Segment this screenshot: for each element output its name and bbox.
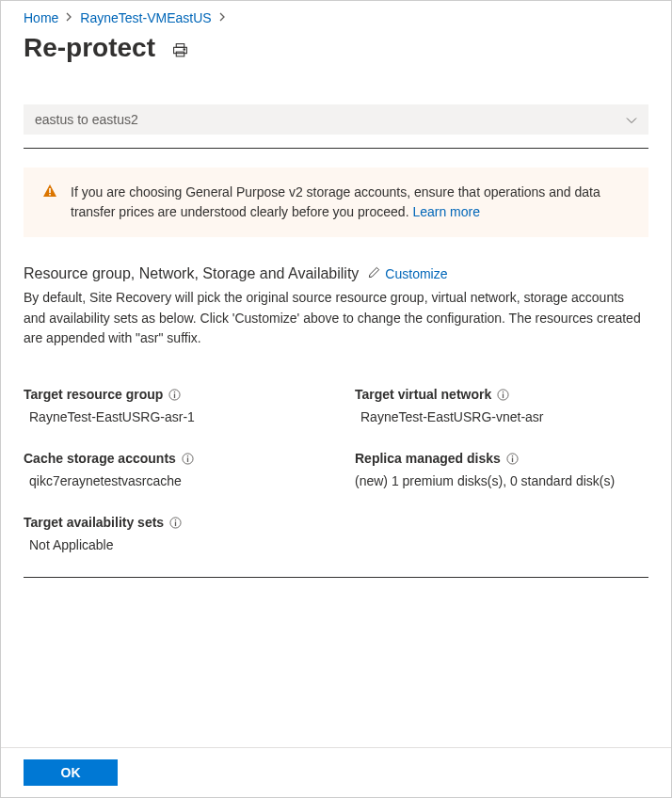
fields-grid: Target resource group RayneTest-EastUSRG… xyxy=(24,387,648,552)
info-icon[interactable] xyxy=(506,453,519,465)
chevron-down-icon xyxy=(626,112,637,127)
field-target-availability-sets: Target availability sets Not Applicable xyxy=(24,515,317,552)
svg-rect-19 xyxy=(175,519,176,520)
svg-rect-8 xyxy=(174,393,175,398)
svg-rect-16 xyxy=(512,455,513,456)
region-dropdown[interactable]: eastus to eastus2 xyxy=(24,104,648,135)
svg-rect-11 xyxy=(503,393,504,398)
page-title: Re-protect xyxy=(24,33,155,63)
svg-rect-4 xyxy=(49,188,51,193)
learn-more-link[interactable]: Learn more xyxy=(412,204,480,219)
field-cache-storage-accounts: Cache storage accounts qikc7eraynetestva… xyxy=(24,451,317,488)
svg-rect-10 xyxy=(503,391,504,392)
svg-rect-5 xyxy=(49,194,51,196)
info-icon[interactable] xyxy=(497,389,509,401)
divider xyxy=(24,148,648,149)
field-value: RayneTest-EastUSRG-vnet-asr xyxy=(355,409,648,424)
field-value: qikc7eraynetestvasrcache xyxy=(24,473,317,488)
section-description: By default, Site Recovery will pick the … xyxy=(24,288,648,349)
field-target-resource-group: Target resource group RayneTest-EastUSRG… xyxy=(24,387,317,424)
warning-icon xyxy=(42,184,57,222)
customize-link[interactable]: Customize xyxy=(368,266,447,281)
field-value: (new) 1 premium disks(s), 0 standard dis… xyxy=(355,473,648,488)
breadcrumb-home[interactable]: Home xyxy=(24,10,58,25)
field-value: RayneTest-EastUSRG-asr-1 xyxy=(24,409,317,424)
pencil-icon xyxy=(368,266,380,281)
section-heading-row: Resource group, Network, Storage and Ava… xyxy=(24,265,648,282)
svg-rect-0 xyxy=(176,43,184,47)
divider xyxy=(24,577,648,578)
print-icon[interactable] xyxy=(172,42,188,58)
field-replica-managed-disks: Replica managed disks (new) 1 premium di… xyxy=(355,451,648,488)
svg-rect-7 xyxy=(174,391,175,392)
footer-bar: OK xyxy=(1,747,671,797)
info-icon[interactable] xyxy=(182,453,194,465)
field-value: Not Applicable xyxy=(24,537,317,552)
page-title-row: Re-protect xyxy=(24,33,648,63)
chevron-right-icon xyxy=(219,12,226,24)
warning-banner: If you are choosing General Purpose v2 s… xyxy=(24,168,648,237)
svg-rect-2 xyxy=(176,52,184,56)
field-target-virtual-network: Target virtual network RayneTest-EastUSR… xyxy=(355,387,648,424)
svg-point-3 xyxy=(184,48,184,49)
warning-text: If you are choosing General Purpose v2 s… xyxy=(71,183,630,222)
info-icon[interactable] xyxy=(168,389,181,401)
breadcrumb: Home RayneTest-VMEastUS xyxy=(24,10,648,25)
svg-rect-14 xyxy=(187,457,188,462)
section-heading: Resource group, Network, Storage and Ava… xyxy=(24,265,359,282)
info-icon[interactable] xyxy=(169,517,182,529)
svg-rect-17 xyxy=(512,457,513,462)
chevron-right-icon xyxy=(66,12,72,24)
ok-button[interactable]: OK xyxy=(24,759,118,786)
svg-rect-13 xyxy=(187,455,188,456)
breadcrumb-vm[interactable]: RayneTest-VMEastUS xyxy=(80,10,211,25)
svg-rect-20 xyxy=(175,521,176,526)
dropdown-value: eastus to eastus2 xyxy=(35,112,138,127)
